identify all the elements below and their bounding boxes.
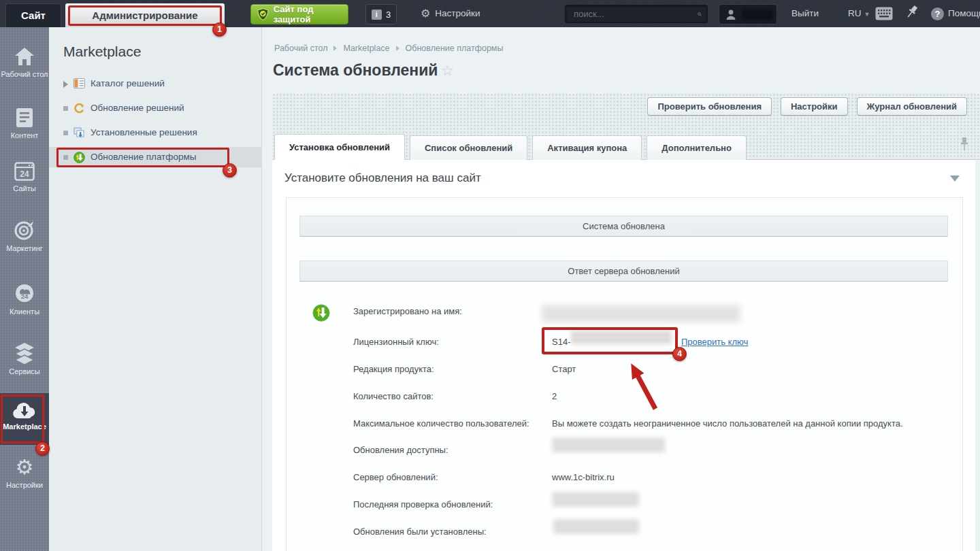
marketplace-menu-panel: Marketplace Каталог решений Обновление р… [49, 27, 262, 551]
browser-icon: 24 [14, 162, 35, 181]
collapse-section-icon[interactable] [950, 176, 960, 182]
row-label: Максимальное количество пользователей: [353, 418, 529, 429]
pin-tabs-icon[interactable] [960, 137, 969, 152]
top-bar: Сайт Администрирование Сайт под защитой … [0, 0, 980, 27]
breadcrumb: Рабочий стол Marketplace Обновление плат… [274, 43, 503, 54]
check-key-link[interactable]: Проверить ключ [681, 337, 748, 347]
status-header: Система обновлена [299, 216, 948, 237]
row-value: 2 [552, 391, 557, 401]
bullet-icon [63, 106, 68, 111]
menu-item-solutions-catalog[interactable]: Каталог решений [49, 73, 262, 94]
row-value: Старт [552, 364, 576, 374]
notifications-button[interactable]: i 3 [365, 4, 397, 24]
language-label: RU [848, 0, 862, 29]
user-name-redacted [742, 10, 773, 20]
page-title: Система обновлений [273, 61, 438, 80]
help-label: Помощь [948, 0, 980, 27]
row-value: Вы можете создать неограниченное число п… [552, 418, 903, 429]
settings-button[interactable]: Настройки [781, 97, 848, 116]
update-log-button[interactable]: Журнал обновлений [857, 97, 967, 116]
breadcrumb-separator-icon [396, 46, 399, 51]
layers-icon [14, 342, 35, 364]
tab-install-updates[interactable]: Установка обновлений [274, 134, 405, 160]
breadcrumb-platform-update[interactable]: Обновление платформы [406, 44, 504, 53]
toolbar: Проверить обновления Настройки Журнал об… [647, 97, 967, 116]
sidebar-item-sites[interactable]: 24 Сайты [0, 162, 49, 193]
sidebar-item-label: Настройки [0, 481, 49, 489]
sidebar-item-desktop[interactable]: Рабочий стол [0, 46, 49, 78]
site-protected-label: Сайт под защитой [274, 4, 348, 24]
check-updates-button[interactable]: Проверить обновления [647, 97, 772, 116]
menu-item-label: Обновление платформы [91, 152, 196, 162]
sidebar-item-marketing[interactable]: Маркетинг [0, 219, 49, 252]
svg-text:24: 24 [21, 293, 29, 300]
search-input[interactable] [566, 9, 698, 19]
tab-additional[interactable]: Дополнительно [647, 135, 747, 160]
menu-item-installed-solutions[interactable]: Установленные решения [49, 122, 262, 143]
topbar-settings-label: Настройки [435, 0, 480, 27]
license-key-prefix: S14- [552, 337, 570, 347]
sidebar-item-marketplace[interactable]: Marketplace [0, 401, 49, 431]
sidebar-item-label: Сервисы [0, 367, 49, 375]
favorite-star-icon[interactable]: ☆ [441, 63, 454, 79]
info-icon: i [372, 10, 382, 20]
topbar-settings-button[interactable]: ⚙ Настройки [421, 0, 480, 27]
sidebar-item-label: Сайты [0, 184, 49, 193]
sidebar-item-label: Рабочий стол [0, 70, 49, 78]
user-menu-button[interactable] [719, 4, 777, 24]
breadcrumb-desktop[interactable]: Рабочий стол [274, 44, 327, 53]
search-icon[interactable] [698, 8, 702, 20]
target-icon [14, 219, 35, 241]
menu-item-label: Установленные решения [91, 127, 197, 137]
redacted-value [552, 437, 665, 452]
sidebar-item-services[interactable]: Сервисы [0, 342, 49, 375]
installed-solutions-icon [74, 127, 85, 139]
logout-button[interactable]: Выйти [791, 0, 819, 27]
document-icon [16, 107, 33, 128]
tab-coupon-activation[interactable]: Активация купона [532, 135, 642, 160]
server-response-header: Ответ сервера обновлений [299, 261, 948, 282]
user-icon [725, 9, 736, 20]
sidebar-item-content[interactable]: Контент [0, 107, 49, 139]
tab-site[interactable]: Сайт [5, 3, 61, 27]
row-label: Редакция продукта: [353, 364, 434, 374]
breadcrumb-marketplace[interactable]: Marketplace [343, 44, 389, 53]
language-selector[interactable]: RU ▼ [848, 0, 870, 29]
keyboard-icon[interactable] [875, 7, 893, 20]
breadcrumb-separator-icon [333, 46, 337, 51]
sidebar-item-clients[interactable]: 24 Клиенты [0, 282, 49, 316]
catalog-icon [74, 78, 85, 88]
row-value: www.1c-bitrix.ru [552, 472, 615, 482]
row-label: Последняя проверка обновлений: [353, 499, 493, 510]
table-row-max-users: Максимальное количество пользователей: В… [287, 418, 964, 432]
annotation-badge-step1: 1 [212, 22, 227, 37]
expand-arrow-icon[interactable] [63, 81, 68, 88]
tab-updates-list[interactable]: Список обновлений [410, 135, 527, 160]
table-row-product-edition: Редакция продукта: Старт [287, 364, 964, 378]
row-label: Количество сайтов: [353, 391, 434, 401]
table-row-update-server: Сервер обновлений: www.1c-bitrix.ru [287, 472, 964, 486]
refresh-icon [74, 103, 85, 114]
gear-icon: ⚙ [0, 457, 49, 478]
bullet-icon [63, 155, 68, 160]
cloud-download-icon [12, 401, 37, 419]
menu-item-label: Каталог решений [91, 78, 165, 88]
help-button[interactable]: ? Помощь [931, 0, 980, 27]
redacted-value [571, 331, 672, 344]
section-title: Установите обновления на ваш сайт [284, 171, 481, 185]
clients-icon: 24 [14, 282, 35, 304]
menu-title: Marketplace [63, 44, 141, 60]
platform-update-icon [74, 152, 85, 163]
tab-administration[interactable]: Администрирование [65, 3, 225, 27]
row-label: Зарегистрировано на имя: [353, 306, 462, 316]
redacted-value [553, 519, 639, 534]
bullet-icon [63, 131, 68, 135]
menu-item-solutions-update[interactable]: Обновление решений [49, 98, 262, 118]
annotation-badge-step2: 2 [35, 441, 50, 456]
annotation-badge-step3: 3 [223, 163, 237, 178]
tab-bar: Установка обновлений Список обновлений А… [274, 134, 747, 160]
pin-icon[interactable] [906, 5, 919, 22]
sidebar-item-settings[interactable]: ⚙ Настройки [0, 457, 49, 489]
site-protected-button[interactable]: Сайт под защитой [250, 4, 348, 24]
help-icon: ? [931, 7, 944, 20]
